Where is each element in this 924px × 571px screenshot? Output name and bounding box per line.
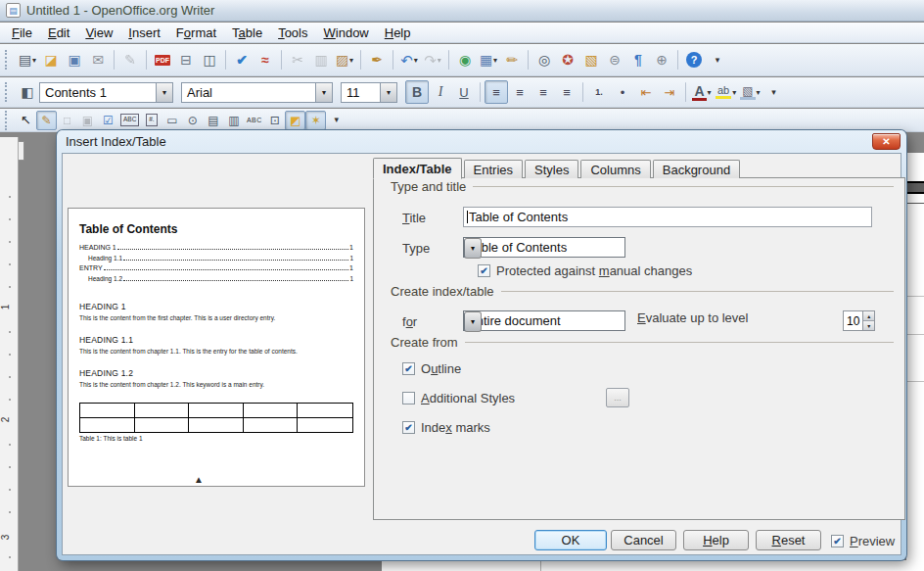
bold-button[interactable]: B [405, 80, 429, 104]
undo-button[interactable]: ↶ [397, 48, 421, 71]
decrease-indent-button[interactable]: ⇤ [634, 80, 658, 104]
tab-index-table[interactable]: Index/Table [373, 158, 462, 179]
index-marks-checkbox[interactable]: ✔ Index marks [402, 420, 490, 435]
form-design-button[interactable]: ◩ [285, 111, 305, 130]
font-name-combo[interactable]: Arial ▾ [181, 82, 333, 103]
chevron-down-icon[interactable]: ▾ [156, 83, 172, 102]
text-box-button[interactable]: ▭ [162, 111, 182, 130]
label-field-button[interactable]: ABC [118, 111, 141, 130]
toolbar-overflow-button[interactable]: ▾ [326, 111, 346, 130]
chevron-down-icon[interactable]: ▾ [315, 83, 332, 102]
vertical-ruler[interactable]: 1 2 3 [0, 137, 19, 571]
push-button-control[interactable]: ⊡ [264, 111, 285, 130]
tab-entries[interactable]: Entries [464, 160, 523, 178]
menu-view[interactable]: View [77, 24, 120, 42]
list-box-button[interactable]: ▤ [203, 111, 223, 130]
highlighting-button[interactable]: ab [714, 80, 738, 104]
font-size-combo[interactable]: 11 ▾ [341, 82, 397, 103]
insert-table-button[interactable]: ▦ [477, 48, 500, 71]
page-preview-button[interactable]: ◫ [198, 48, 221, 71]
email-button[interactable]: ✉ [86, 48, 110, 71]
toolbar-overflow-button[interactable]: ▾ [706, 48, 729, 71]
additional-styles-browse-button[interactable]: ... [606, 388, 629, 407]
increase-indent-button[interactable]: ⇥ [658, 80, 681, 104]
menu-file[interactable]: File [4, 24, 40, 42]
reset-button[interactable]: Reset [756, 530, 821, 550]
italic-button[interactable]: I [429, 80, 452, 104]
for-dropdown[interactable]: Entire document ▾ [463, 310, 625, 331]
tab-background[interactable]: Background [653, 160, 740, 178]
align-left-button[interactable]: ≡ [485, 80, 508, 104]
evaluate-level-spinner[interactable]: 10 ▴ ▾ [843, 310, 875, 331]
help-button[interactable]: Help [683, 530, 749, 550]
option-button-control[interactable]: ⊙ [182, 111, 203, 130]
select-button[interactable]: ↖ [16, 111, 36, 130]
help-button[interactable]: ? [682, 48, 706, 71]
type-dropdown[interactable]: Table of Contents ▾ [463, 237, 625, 258]
toolbar-grip[interactable] [5, 82, 11, 102]
find-replace-button[interactable]: ◎ [532, 48, 556, 71]
checkbox-control-button[interactable]: ☑ [98, 111, 118, 130]
redo-button[interactable]: ↷ [421, 48, 444, 71]
styles-and-formatting-button[interactable]: ◧ [16, 80, 39, 104]
form-properties-button[interactable]: ▣ [77, 111, 98, 130]
more-controls-button[interactable]: ✶ [305, 111, 326, 130]
format-paintbrush-button[interactable]: ✒ [365, 48, 389, 71]
protected-checkbox[interactable]: ✔ Protected against manual changes [478, 263, 692, 278]
chevron-down-icon[interactable]: ▾ [464, 311, 482, 332]
numbered-list-button[interactable]: 1. [587, 80, 611, 104]
cut-button[interactable]: ✂ [286, 48, 309, 71]
toolbar-overflow-button[interactable]: ▾ [762, 80, 786, 104]
outline-checkbox[interactable]: ✔ Outline [402, 361, 461, 376]
spin-up-icon[interactable]: ▴ [863, 311, 874, 321]
font-color-button[interactable]: A [690, 80, 714, 104]
save-button[interactable]: ▣ [63, 48, 86, 71]
print-button[interactable]: ⊟ [174, 48, 198, 71]
data-sources-button[interactable]: ⊜ [603, 48, 626, 71]
toolbar-grip[interactable] [5, 50, 11, 70]
align-right-button[interactable]: ≡ [531, 80, 555, 104]
spellcheck-button[interactable]: ✔ [230, 48, 254, 71]
paste-button[interactable]: ▨ [333, 48, 356, 71]
copy-button[interactable]: ▥ [309, 48, 333, 71]
zoom-button[interactable]: ⊕ [650, 48, 673, 71]
hyperlink-button[interactable]: ◉ [453, 48, 477, 71]
combo-box-button[interactable]: ▥ [223, 111, 244, 130]
additional-styles-checkbox[interactable]: Additional Styles [402, 391, 515, 405]
autospellcheck-button[interactable]: ≈ [254, 48, 277, 71]
dialog-titlebar[interactable]: Insert Index/Table [62, 130, 901, 153]
window-titlebar[interactable]: ▤ Untitled 1 - OpenOffice.org Writer [0, 0, 924, 22]
text-label-button[interactable]: ABC [244, 111, 264, 130]
bullet-list-button[interactable]: • [611, 80, 634, 104]
edit-file-button[interactable]: ✎ [118, 48, 142, 71]
close-icon[interactable]: ✕ [872, 133, 901, 150]
chevron-down-icon[interactable]: ▾ [464, 238, 482, 259]
justify-button[interactable]: ≡ [555, 80, 578, 104]
menu-edit[interactable]: Edit [40, 24, 77, 42]
menu-table[interactable]: Table [224, 24, 270, 42]
menu-help[interactable]: Help [377, 24, 419, 42]
chevron-down-icon[interactable]: ▾ [380, 83, 396, 102]
menu-window[interactable]: Window [316, 24, 377, 42]
spin-down-icon[interactable]: ▾ [863, 321, 874, 330]
gallery-button[interactable]: ▧ [579, 48, 603, 71]
cancel-button[interactable]: Cancel [611, 530, 676, 550]
title-input[interactable]: Table of Contents [463, 207, 872, 227]
ok-button[interactable]: OK [534, 530, 607, 550]
nonprinting-characters-button[interactable]: ¶ [626, 48, 650, 71]
export-pdf-button[interactable]: PDF [151, 48, 174, 71]
paragraph-style-combo[interactable]: Contents 1 ▾ [39, 82, 173, 103]
underline-button[interactable]: U [452, 80, 476, 104]
menu-format[interactable]: Format [168, 24, 224, 42]
preview-checkbox[interactable]: ✔ Preview [831, 534, 895, 548]
background-color-button[interactable]: ▧ [738, 80, 762, 104]
formatted-field-button[interactable]: #. [141, 111, 162, 130]
navigator-button[interactable]: ✪ [556, 48, 579, 71]
new-document-button[interactable]: ▤ [16, 48, 39, 71]
design-mode-button[interactable]: ✎ [36, 111, 57, 130]
toolbar-grip[interactable] [5, 111, 11, 130]
align-center-button[interactable]: ≡ [508, 80, 531, 104]
drawing-functions-button[interactable]: ✏ [500, 48, 524, 71]
control-properties-button[interactable]: □ [57, 111, 77, 130]
menu-insert[interactable]: Insert [120, 24, 168, 42]
